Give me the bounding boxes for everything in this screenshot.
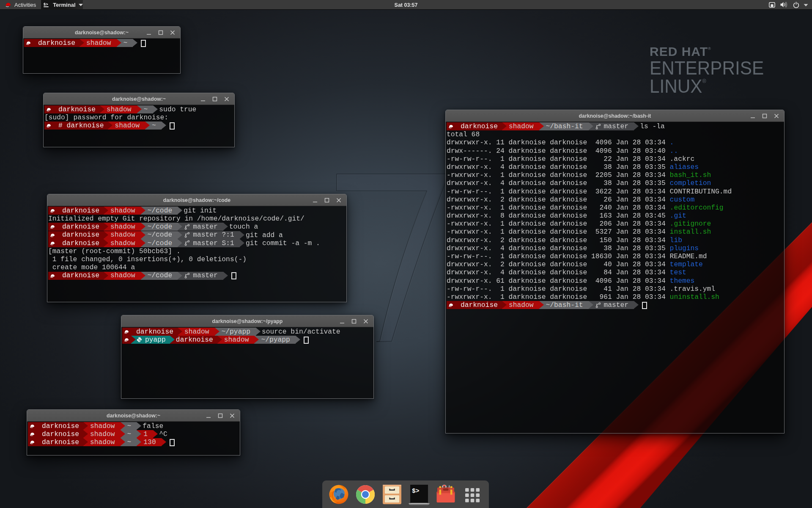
svg-text:$>: $>: [412, 488, 419, 494]
